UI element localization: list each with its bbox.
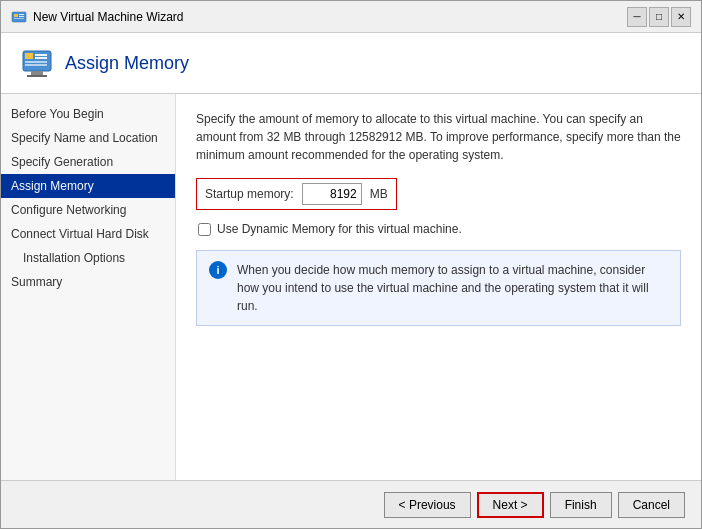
dynamic-memory-label[interactable]: Use Dynamic Memory for this virtual mach… [217,222,462,236]
content-area: Before You Begin Specify Name and Locati… [1,94,701,480]
memory-label: Startup memory: [205,187,294,201]
info-icon: i [209,261,227,279]
svg-rect-9 [25,61,47,63]
svg-rect-2 [19,14,24,15]
svg-rect-3 [19,16,24,17]
header-icon [21,47,53,79]
wizard-window: New Virtual Machine Wizard ─ □ ✕ Assign … [0,0,702,529]
window-icon [11,9,27,25]
svg-rect-7 [35,54,47,56]
sidebar-item-specify-name-location[interactable]: Specify Name and Location [1,126,175,150]
info-text: When you decide how much memory to assig… [237,261,668,315]
memory-row: Startup memory: MB [196,178,397,210]
dynamic-memory-checkbox[interactable] [198,223,211,236]
title-bar: New Virtual Machine Wizard ─ □ ✕ [1,1,701,33]
close-button[interactable]: ✕ [671,7,691,27]
cancel-button[interactable]: Cancel [618,492,685,518]
sidebar-item-installation-options[interactable]: Installation Options [1,246,175,270]
sidebar-item-configure-networking[interactable]: Configure Networking [1,198,175,222]
svg-rect-10 [25,64,47,66]
svg-rect-1 [14,14,18,17]
title-controls: ─ □ ✕ [627,7,691,27]
sidebar-item-before-you-begin[interactable]: Before You Begin [1,102,175,126]
main-content: Specify the amount of memory to allocate… [176,94,701,480]
footer: < Previous Next > Finish Cancel [1,480,701,528]
svg-rect-11 [31,71,43,75]
header-section: Assign Memory [1,33,701,94]
sidebar-item-connect-virtual-hard-disk[interactable]: Connect Virtual Hard Disk [1,222,175,246]
memory-input[interactable] [302,183,362,205]
sidebar-item-assign-memory[interactable]: Assign Memory [1,174,175,198]
maximize-button[interactable]: □ [649,7,669,27]
memory-unit: MB [370,187,388,201]
page-title: Assign Memory [65,53,189,74]
finish-button[interactable]: Finish [550,492,612,518]
sidebar-item-specify-generation[interactable]: Specify Generation [1,150,175,174]
window-title: New Virtual Machine Wizard [33,10,184,24]
title-bar-left: New Virtual Machine Wizard [11,9,184,25]
svg-rect-8 [35,57,47,59]
next-button[interactable]: Next > [477,492,544,518]
minimize-button[interactable]: ─ [627,7,647,27]
dynamic-memory-row: Use Dynamic Memory for this virtual mach… [198,222,681,236]
sidebar-item-summary[interactable]: Summary [1,270,175,294]
svg-rect-6 [25,53,33,59]
svg-rect-4 [14,18,24,19]
description-text: Specify the amount of memory to allocate… [196,110,681,164]
sidebar: Before You Begin Specify Name and Locati… [1,94,176,480]
info-box: i When you decide how much memory to ass… [196,250,681,326]
previous-button[interactable]: < Previous [384,492,471,518]
svg-rect-12 [27,75,47,77]
